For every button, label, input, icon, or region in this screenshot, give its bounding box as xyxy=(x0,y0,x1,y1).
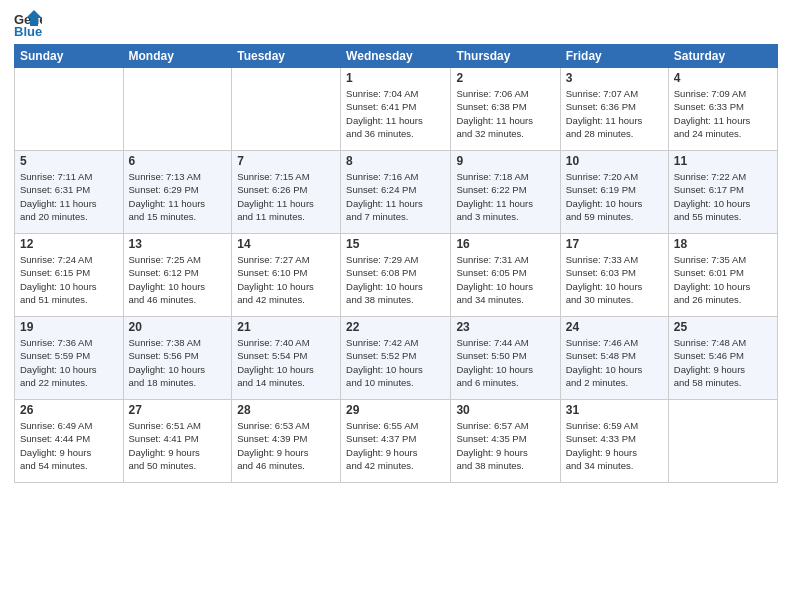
day-number: 26 xyxy=(20,403,118,417)
calendar-cell xyxy=(232,68,341,151)
calendar-cell: 4Sunrise: 7:09 AM Sunset: 6:33 PM Daylig… xyxy=(668,68,777,151)
calendar-cell: 12Sunrise: 7:24 AM Sunset: 6:15 PM Dayli… xyxy=(15,234,124,317)
calendar-cell: 11Sunrise: 7:22 AM Sunset: 6:17 PM Dayli… xyxy=(668,151,777,234)
calendar: SundayMondayTuesdayWednesdayThursdayFrid… xyxy=(14,44,778,483)
day-info: Sunrise: 7:25 AM Sunset: 6:12 PM Dayligh… xyxy=(129,253,227,306)
day-header-monday: Monday xyxy=(123,45,232,68)
day-number: 11 xyxy=(674,154,772,168)
calendar-week-5: 26Sunrise: 6:49 AM Sunset: 4:44 PM Dayli… xyxy=(15,400,778,483)
calendar-cell: 31Sunrise: 6:59 AM Sunset: 4:33 PM Dayli… xyxy=(560,400,668,483)
day-header-tuesday: Tuesday xyxy=(232,45,341,68)
day-number: 23 xyxy=(456,320,554,334)
calendar-cell: 29Sunrise: 6:55 AM Sunset: 4:37 PM Dayli… xyxy=(341,400,451,483)
day-info: Sunrise: 7:20 AM Sunset: 6:19 PM Dayligh… xyxy=(566,170,663,223)
day-info: Sunrise: 7:06 AM Sunset: 6:38 PM Dayligh… xyxy=(456,87,554,140)
day-info: Sunrise: 7:36 AM Sunset: 5:59 PM Dayligh… xyxy=(20,336,118,389)
day-number: 19 xyxy=(20,320,118,334)
day-info: Sunrise: 7:31 AM Sunset: 6:05 PM Dayligh… xyxy=(456,253,554,306)
calendar-cell: 7Sunrise: 7:15 AM Sunset: 6:26 PM Daylig… xyxy=(232,151,341,234)
calendar-cell: 21Sunrise: 7:40 AM Sunset: 5:54 PM Dayli… xyxy=(232,317,341,400)
day-info: Sunrise: 7:48 AM Sunset: 5:46 PM Dayligh… xyxy=(674,336,772,389)
day-header-thursday: Thursday xyxy=(451,45,560,68)
day-info: Sunrise: 7:33 AM Sunset: 6:03 PM Dayligh… xyxy=(566,253,663,306)
calendar-cell: 16Sunrise: 7:31 AM Sunset: 6:05 PM Dayli… xyxy=(451,234,560,317)
calendar-cell: 13Sunrise: 7:25 AM Sunset: 6:12 PM Dayli… xyxy=(123,234,232,317)
calendar-cell: 30Sunrise: 6:57 AM Sunset: 4:35 PM Dayli… xyxy=(451,400,560,483)
svg-text:Blue: Blue xyxy=(14,24,42,38)
day-info: Sunrise: 7:46 AM Sunset: 5:48 PM Dayligh… xyxy=(566,336,663,389)
day-number: 27 xyxy=(129,403,227,417)
day-number: 17 xyxy=(566,237,663,251)
day-header-sunday: Sunday xyxy=(15,45,124,68)
day-info: Sunrise: 6:53 AM Sunset: 4:39 PM Dayligh… xyxy=(237,419,335,472)
logo: General Blue xyxy=(14,10,46,38)
day-number: 22 xyxy=(346,320,445,334)
day-number: 24 xyxy=(566,320,663,334)
day-info: Sunrise: 7:44 AM Sunset: 5:50 PM Dayligh… xyxy=(456,336,554,389)
day-number: 15 xyxy=(346,237,445,251)
day-number: 25 xyxy=(674,320,772,334)
day-number: 6 xyxy=(129,154,227,168)
calendar-cell: 27Sunrise: 6:51 AM Sunset: 4:41 PM Dayli… xyxy=(123,400,232,483)
calendar-cell: 22Sunrise: 7:42 AM Sunset: 5:52 PM Dayli… xyxy=(341,317,451,400)
day-number: 28 xyxy=(237,403,335,417)
calendar-cell: 19Sunrise: 7:36 AM Sunset: 5:59 PM Dayli… xyxy=(15,317,124,400)
day-info: Sunrise: 6:59 AM Sunset: 4:33 PM Dayligh… xyxy=(566,419,663,472)
calendar-cell: 5Sunrise: 7:11 AM Sunset: 6:31 PM Daylig… xyxy=(15,151,124,234)
day-number: 12 xyxy=(20,237,118,251)
calendar-cell xyxy=(123,68,232,151)
day-number: 30 xyxy=(456,403,554,417)
day-header-wednesday: Wednesday xyxy=(341,45,451,68)
day-info: Sunrise: 7:24 AM Sunset: 6:15 PM Dayligh… xyxy=(20,253,118,306)
day-number: 9 xyxy=(456,154,554,168)
calendar-cell: 2Sunrise: 7:06 AM Sunset: 6:38 PM Daylig… xyxy=(451,68,560,151)
calendar-week-1: 1Sunrise: 7:04 AM Sunset: 6:41 PM Daylig… xyxy=(15,68,778,151)
calendar-week-3: 12Sunrise: 7:24 AM Sunset: 6:15 PM Dayli… xyxy=(15,234,778,317)
day-number: 10 xyxy=(566,154,663,168)
day-number: 1 xyxy=(346,71,445,85)
day-info: Sunrise: 7:04 AM Sunset: 6:41 PM Dayligh… xyxy=(346,87,445,140)
day-info: Sunrise: 7:42 AM Sunset: 5:52 PM Dayligh… xyxy=(346,336,445,389)
header: General Blue xyxy=(14,10,778,38)
calendar-cell: 3Sunrise: 7:07 AM Sunset: 6:36 PM Daylig… xyxy=(560,68,668,151)
calendar-cell: 23Sunrise: 7:44 AM Sunset: 5:50 PM Dayli… xyxy=(451,317,560,400)
calendar-cell: 28Sunrise: 6:53 AM Sunset: 4:39 PM Dayli… xyxy=(232,400,341,483)
calendar-cell: 24Sunrise: 7:46 AM Sunset: 5:48 PM Dayli… xyxy=(560,317,668,400)
calendar-cell: 1Sunrise: 7:04 AM Sunset: 6:41 PM Daylig… xyxy=(341,68,451,151)
day-info: Sunrise: 7:09 AM Sunset: 6:33 PM Dayligh… xyxy=(674,87,772,140)
day-number: 20 xyxy=(129,320,227,334)
calendar-cell: 25Sunrise: 7:48 AM Sunset: 5:46 PM Dayli… xyxy=(668,317,777,400)
calendar-cell: 15Sunrise: 7:29 AM Sunset: 6:08 PM Dayli… xyxy=(341,234,451,317)
day-info: Sunrise: 7:38 AM Sunset: 5:56 PM Dayligh… xyxy=(129,336,227,389)
calendar-cell xyxy=(668,400,777,483)
calendar-cell: 20Sunrise: 7:38 AM Sunset: 5:56 PM Dayli… xyxy=(123,317,232,400)
day-number: 21 xyxy=(237,320,335,334)
day-number: 18 xyxy=(674,237,772,251)
day-info: Sunrise: 7:27 AM Sunset: 6:10 PM Dayligh… xyxy=(237,253,335,306)
page-container: General Blue SundayMondayTuesdayWednesda… xyxy=(0,0,792,612)
day-number: 31 xyxy=(566,403,663,417)
day-number: 8 xyxy=(346,154,445,168)
day-header-saturday: Saturday xyxy=(668,45,777,68)
day-number: 4 xyxy=(674,71,772,85)
day-number: 5 xyxy=(20,154,118,168)
calendar-cell xyxy=(15,68,124,151)
day-info: Sunrise: 7:11 AM Sunset: 6:31 PM Dayligh… xyxy=(20,170,118,223)
calendar-header-row: SundayMondayTuesdayWednesdayThursdayFrid… xyxy=(15,45,778,68)
day-number: 7 xyxy=(237,154,335,168)
day-number: 13 xyxy=(129,237,227,251)
day-info: Sunrise: 7:15 AM Sunset: 6:26 PM Dayligh… xyxy=(237,170,335,223)
day-number: 2 xyxy=(456,71,554,85)
day-info: Sunrise: 6:51 AM Sunset: 4:41 PM Dayligh… xyxy=(129,419,227,472)
day-info: Sunrise: 7:13 AM Sunset: 6:29 PM Dayligh… xyxy=(129,170,227,223)
day-info: Sunrise: 6:57 AM Sunset: 4:35 PM Dayligh… xyxy=(456,419,554,472)
day-info: Sunrise: 7:22 AM Sunset: 6:17 PM Dayligh… xyxy=(674,170,772,223)
calendar-cell: 26Sunrise: 6:49 AM Sunset: 4:44 PM Dayli… xyxy=(15,400,124,483)
day-info: Sunrise: 7:07 AM Sunset: 6:36 PM Dayligh… xyxy=(566,87,663,140)
calendar-cell: 18Sunrise: 7:35 AM Sunset: 6:01 PM Dayli… xyxy=(668,234,777,317)
calendar-cell: 17Sunrise: 7:33 AM Sunset: 6:03 PM Dayli… xyxy=(560,234,668,317)
day-info: Sunrise: 7:29 AM Sunset: 6:08 PM Dayligh… xyxy=(346,253,445,306)
day-info: Sunrise: 6:49 AM Sunset: 4:44 PM Dayligh… xyxy=(20,419,118,472)
day-info: Sunrise: 7:18 AM Sunset: 6:22 PM Dayligh… xyxy=(456,170,554,223)
day-info: Sunrise: 7:40 AM Sunset: 5:54 PM Dayligh… xyxy=(237,336,335,389)
